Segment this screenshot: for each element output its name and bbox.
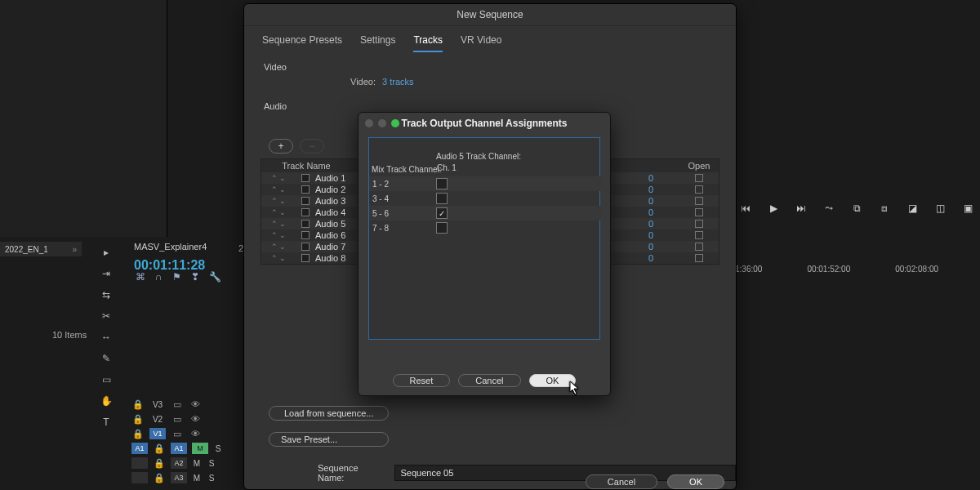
chevron-down-icon[interactable]: ⌄ [279, 185, 286, 194]
pan-value[interactable]: 0 [622, 242, 679, 252]
pan-value[interactable]: 0 [622, 219, 679, 229]
open-checkbox[interactable] [679, 174, 719, 182]
type-tool-icon[interactable]: T [98, 415, 114, 430]
ok-button[interactable]: OK [529, 374, 577, 387]
tab-presets[interactable]: Sequence Presets [262, 34, 342, 52]
pan-value[interactable]: 0 [622, 253, 679, 263]
pan-value[interactable]: 0 [622, 185, 679, 194]
chevron-up-icon[interactable]: ⌃ [271, 243, 278, 251]
load-from-sequence-button[interactable]: Load from sequence... [269, 406, 389, 421]
track-select-tool-icon[interactable]: ⇥ [98, 266, 114, 281]
pan-value[interactable]: 0 [622, 173, 679, 183]
tab-settings[interactable]: Settings [360, 34, 395, 52]
audio-track-row[interactable]: 🔒 A2 M S [131, 456, 224, 470]
save-preset-button[interactable]: Save Preset... [269, 432, 389, 447]
minimize-dot-icon[interactable] [378, 119, 386, 127]
project-tab-menu-icon[interactable]: » [72, 245, 77, 254]
tab-tracks[interactable]: Tracks [413, 34, 443, 52]
pan-value[interactable]: 0 [622, 230, 679, 240]
eye-icon[interactable]: 👁 [188, 398, 203, 411]
pan-value[interactable]: 0 [622, 207, 679, 217]
track-enable-checkbox[interactable] [299, 254, 312, 262]
close-dot-icon[interactable] [365, 119, 373, 127]
wrench-icon[interactable]: 🔧 [209, 271, 221, 283]
lock-icon[interactable]: 🔒 [131, 398, 145, 411]
play-icon[interactable]: ▶ [767, 202, 780, 215]
lock-icon[interactable]: 🔒 [152, 471, 167, 484]
tab-vr[interactable]: VR Video [461, 34, 501, 52]
open-checkbox[interactable] [679, 231, 719, 239]
cancel-button[interactable]: Cancel [458, 374, 520, 387]
step-back-icon[interactable]: ⏮ [739, 202, 752, 215]
skip-icon[interactable]: ⤳ [822, 202, 835, 215]
chevron-down-icon[interactable]: ⌄ [279, 254, 286, 262]
chevron-down-icon[interactable]: ⌄ [279, 231, 286, 239]
lock-icon[interactable]: 🔒 [131, 427, 145, 440]
cancel-button[interactable]: Cancel [586, 474, 657, 489]
video-track-row[interactable]: 🔒 V1 ▭ 👁 [131, 426, 224, 441]
zoom-dot-icon[interactable] [391, 119, 399, 127]
video-track-row[interactable]: 🔒 V2 ▭ 👁 [131, 412, 224, 426]
insert-icon[interactable]: ⧉ [850, 202, 863, 215]
assignment-checkbox[interactable] [436, 193, 448, 204]
assignment-checkbox[interactable] [436, 207, 448, 219]
audio-track-row[interactable]: A1 🔒 A1 M S [131, 441, 224, 456]
snap-icon[interactable]: ⌘ [136, 271, 145, 283]
chevron-up-icon[interactable]: ⌃ [271, 174, 278, 182]
track-enable-checkbox[interactable] [299, 185, 312, 194]
track-enable-checkbox[interactable] [299, 174, 312, 182]
chevron-down-icon[interactable]: ⌄ [279, 174, 286, 182]
hand-tool-icon[interactable]: ✋ [98, 394, 114, 408]
assignment-checkbox[interactable] [436, 178, 448, 189]
tag-icon[interactable]: ❣ [191, 271, 199, 283]
chevron-down-icon[interactable]: ⌄ [279, 243, 286, 251]
link-icon[interactable]: ∩ [155, 271, 163, 283]
chevron-down-icon[interactable]: ⌄ [279, 197, 286, 205]
assignment-checkbox[interactable] [436, 222, 448, 234]
razor-tool-icon[interactable]: ✂ [98, 309, 114, 323]
ripple-tool-icon[interactable]: ⇆ [98, 287, 114, 302]
open-checkbox[interactable] [679, 208, 719, 216]
add-track-button[interactable]: + [269, 139, 293, 154]
reset-button[interactable]: Reset [393, 374, 451, 387]
chevron-up-icon[interactable]: ⌃ [271, 231, 278, 239]
lock-icon[interactable]: 🔒 [152, 457, 167, 470]
track-enable-checkbox[interactable] [299, 197, 312, 205]
chevron-down-icon[interactable]: ⌄ [279, 220, 286, 228]
video-track-row[interactable]: 🔒 V3 ▭ 👁 [131, 397, 224, 412]
lock-icon[interactable]: 🔒 [131, 412, 145, 425]
chevron-up-icon[interactable]: ⌃ [271, 185, 278, 194]
chevron-up-icon[interactable]: ⌃ [271, 220, 278, 228]
pan-value[interactable]: 0 [622, 196, 679, 206]
slip-tool-icon[interactable]: ↔ [98, 330, 114, 345]
selection-tool-icon[interactable]: ▸ [98, 245, 114, 260]
open-checkbox[interactable] [679, 254, 719, 262]
track-enable-checkbox[interactable] [299, 208, 312, 216]
toggle-output-icon[interactable]: ▭ [170, 398, 185, 411]
compare-icon[interactable]: ◫ [933, 202, 947, 215]
rect-tool-icon[interactable]: ▭ [98, 372, 114, 387]
track-enable-checkbox[interactable] [299, 243, 312, 251]
audio-track-row[interactable]: 🔒 A3 M S [131, 470, 224, 485]
open-checkbox[interactable] [679, 243, 719, 251]
open-checkbox[interactable] [679, 220, 719, 228]
track-enable-checkbox[interactable] [299, 231, 312, 239]
settings-icon[interactable]: ▣ [961, 202, 974, 215]
video-tracks-value[interactable]: 3 tracks [382, 77, 414, 87]
toggle-output-icon[interactable]: ▭ [170, 427, 185, 440]
overwrite-icon[interactable]: ⧈ [878, 202, 891, 215]
step-fwd-icon[interactable]: ⏭ [795, 202, 808, 215]
chevron-up-icon[interactable]: ⌃ [271, 254, 278, 262]
export-frame-icon[interactable]: ◪ [906, 202, 919, 215]
eye-icon[interactable]: 👁 [188, 427, 203, 440]
marker-icon[interactable]: ⚑ [172, 271, 181, 283]
chevron-up-icon[interactable]: ⌃ [271, 197, 278, 205]
lock-icon[interactable]: 🔒 [152, 442, 167, 455]
pen-tool-icon[interactable]: ✎ [98, 351, 114, 366]
open-checkbox[interactable] [679, 185, 719, 194]
ok-button[interactable]: OK [667, 474, 724, 489]
chevron-down-icon[interactable]: ⌄ [279, 208, 286, 216]
eye-icon[interactable]: 👁 [188, 412, 203, 425]
track-enable-checkbox[interactable] [299, 220, 312, 228]
window-controls[interactable] [365, 119, 399, 127]
